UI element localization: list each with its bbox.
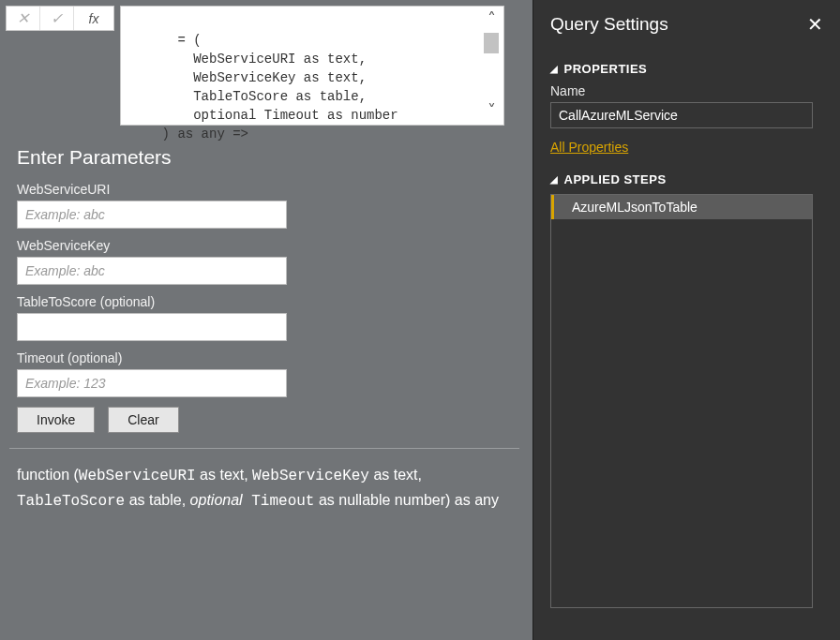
sig-text: function ( <box>17 467 79 483</box>
parameters-section: Enter Parameters WebServiceURI WebServic… <box>17 146 514 433</box>
invoke-button[interactable]: Invoke <box>17 407 95 433</box>
formula-code: = ( WebServiceURI as text, WebServiceKey… <box>130 33 398 141</box>
scroll-thumb[interactable] <box>484 33 499 53</box>
field-tabletoscore: TableToScore (optional) <box>17 294 514 341</box>
sig-text: as nullable number) as any <box>314 492 499 508</box>
timeout-input[interactable] <box>17 369 287 397</box>
applied-step-label: AzureMLJsonToTable <box>572 200 698 215</box>
name-label: Name <box>550 83 823 98</box>
cancel-icon[interactable]: ✕ <box>7 7 40 30</box>
sig-param: TableToScore <box>17 493 125 510</box>
sig-text: as text, <box>369 467 422 483</box>
tabletoscore-input[interactable] <box>17 313 287 341</box>
formula-bar: ✕ ✓ fx = ( WebServiceURI as text, WebSer… <box>6 6 504 126</box>
field-label: TableToScore (optional) <box>17 294 514 309</box>
close-icon[interactable]: ✕ <box>807 13 823 36</box>
applied-steps-header-label: APPLIED STEPS <box>564 172 667 186</box>
field-webserviceuri: WebServiceURI <box>17 182 514 229</box>
parameters-title: Enter Parameters <box>17 146 514 169</box>
query-settings-title: Query Settings <box>550 14 668 35</box>
sig-param: WebServiceURI <box>79 468 196 484</box>
query-name-input[interactable] <box>550 102 813 128</box>
field-label: Timeout (optional) <box>17 350 514 365</box>
function-signature: function (WebServiceURI as text, WebServ… <box>17 463 514 513</box>
field-webservicekey: WebServiceKey <box>17 238 514 285</box>
sig-text: as text, <box>196 467 252 483</box>
clear-button[interactable]: Clear <box>108 407 178 433</box>
webservicekey-input[interactable] <box>17 257 287 285</box>
webserviceuri-input[interactable] <box>17 201 287 229</box>
scroll-down-icon[interactable]: ˅ <box>488 100 496 123</box>
collapse-icon: ◢ <box>550 174 559 185</box>
applied-step[interactable]: AzureMLJsonToTable <box>551 195 812 219</box>
formula-bar-controls: ✕ ✓ fx <box>6 6 114 31</box>
formula-scrollbar[interactable]: ˄ ˅ <box>481 8 502 123</box>
confirm-icon[interactable]: ✓ <box>40 7 74 30</box>
query-settings-panel: Query Settings ✕ ◢ PROPERTIES Name All P… <box>532 0 840 640</box>
collapse-icon: ◢ <box>550 64 559 74</box>
field-timeout: Timeout (optional) <box>17 350 514 397</box>
properties-header[interactable]: ◢ PROPERTIES <box>550 62 823 76</box>
sig-optional: optional <box>190 492 243 508</box>
properties-section: ◢ PROPERTIES Name All Properties <box>533 62 840 156</box>
applied-steps-header[interactable]: ◢ APPLIED STEPS <box>550 172 823 186</box>
sig-text: as table, <box>125 492 189 508</box>
query-settings-header: Query Settings ✕ <box>533 0 840 45</box>
sig-param: Timeout <box>243 493 315 510</box>
properties-header-label: PROPERTIES <box>564 62 648 76</box>
applied-steps-section: ◢ APPLIED STEPS AzureMLJsonToTable <box>533 172 840 608</box>
field-label: WebServiceKey <box>17 238 514 253</box>
button-row: Invoke Clear <box>17 407 514 433</box>
query-editor-panel: ✕ ✓ fx = ( WebServiceURI as text, WebSer… <box>0 0 532 640</box>
field-label: WebServiceURI <box>17 182 514 197</box>
divider <box>9 448 519 449</box>
sig-param: WebServiceKey <box>252 468 369 484</box>
formula-editor[interactable]: = ( WebServiceURI as text, WebServiceKey… <box>120 6 504 126</box>
all-properties-link[interactable]: All Properties <box>550 140 628 155</box>
applied-steps-list: AzureMLJsonToTable <box>550 194 813 608</box>
fx-label[interactable]: fx <box>74 7 113 30</box>
scroll-up-icon[interactable]: ˄ <box>488 8 496 31</box>
